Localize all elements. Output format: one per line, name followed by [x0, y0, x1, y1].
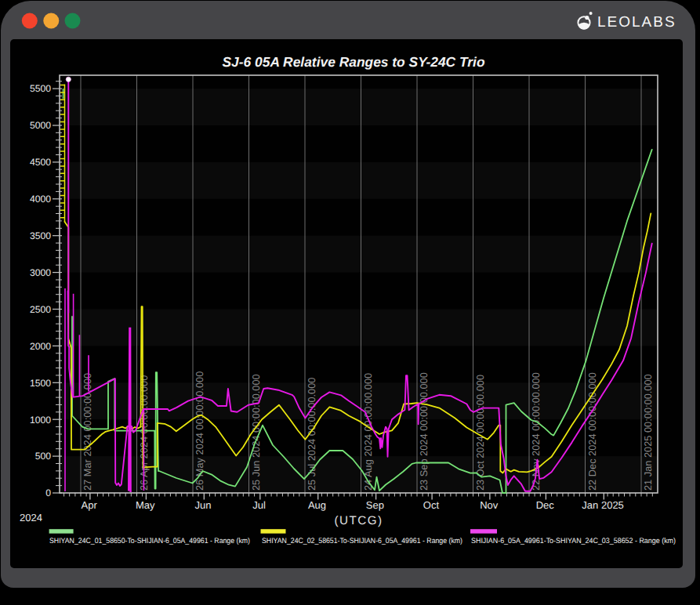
svg-text:SHIYAN_24C_01_58650-To-SHIJIAN: SHIYAN_24C_01_58650-To-SHIJIAN-6_05A_499… — [49, 537, 250, 545]
svg-text:500: 500 — [35, 451, 52, 462]
svg-text:Sep: Sep — [366, 499, 384, 511]
svg-text:3000: 3000 — [30, 267, 51, 278]
svg-text:2024: 2024 — [20, 512, 42, 523]
svg-text:25 Jul 2024 00:00:00.000: 25 Jul 2024 00:00:00.000 — [306, 378, 317, 491]
svg-text:May: May — [136, 499, 155, 511]
svg-text:0: 0 — [45, 487, 51, 498]
svg-text:Jun: Jun — [195, 499, 212, 511]
svg-text:3500: 3500 — [30, 230, 51, 241]
svg-text:Nov: Nov — [480, 499, 499, 511]
svg-text:2500: 2500 — [30, 304, 51, 315]
svg-text:1000: 1000 — [30, 415, 51, 426]
svg-text:Oct: Oct — [423, 499, 440, 511]
svg-text:5500: 5500 — [30, 83, 51, 94]
svg-text:2000: 2000 — [30, 341, 51, 352]
svg-text:LEOLABS: LEOLABS — [597, 14, 676, 31]
svg-text:Jul: Jul — [252, 499, 266, 511]
svg-text:(UTCG): (UTCG) — [334, 514, 383, 527]
svg-text:Jan 2025: Jan 2025 — [582, 499, 624, 511]
svg-text:SJ-6 05A Relative Ranges to SY: SJ-6 05A Relative Ranges to SY-24C Trio — [222, 54, 484, 70]
svg-text:26 May 2024 00:00:00.000: 26 May 2024 00:00:00.000 — [194, 371, 205, 491]
svg-text:5000: 5000 — [30, 120, 51, 131]
svg-text:23 Sep 2024 00:00:00.000: 23 Sep 2024 00:00:00.000 — [418, 372, 430, 491]
svg-text:1500: 1500 — [30, 378, 51, 389]
svg-text:Apr: Apr — [82, 499, 98, 511]
svg-text:Aug: Aug — [308, 499, 326, 511]
svg-text:4500: 4500 — [30, 157, 51, 168]
svg-text:SHIJIAN-6_05A_49961-To-SHIYAN_: SHIJIAN-6_05A_49961-To-SHIYAN_24C_03_586… — [471, 537, 676, 545]
svg-text:Dec: Dec — [536, 499, 555, 511]
svg-text:21 Jan 2025 00:00:00.000: 21 Jan 2025 00:00:00.000 — [642, 374, 654, 491]
svg-text:4000: 4000 — [30, 194, 51, 205]
svg-text:SHIYAN_24C_02_58651-To-SHIJIAN: SHIYAN_24C_02_58651-To-SHIJIAN-6_05A_499… — [262, 537, 462, 545]
